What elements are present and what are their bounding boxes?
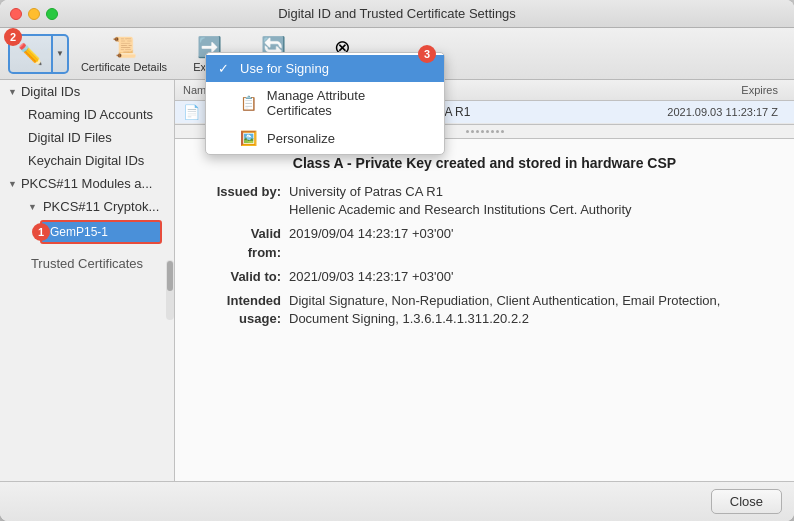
close-window-button[interactable]	[10, 8, 22, 20]
table-cell-expires: 2021.09.03 11:23:17 Z	[588, 106, 786, 118]
close-button[interactable]: Close	[711, 489, 782, 514]
edit-dropdown-arrow[interactable]: ▼	[53, 34, 69, 74]
valid-from-label: Validfrom:	[199, 225, 289, 261]
certificate-icon: 📜	[112, 35, 137, 59]
drag-dot-6	[491, 130, 494, 133]
usage-value: Digital Signature, Non-Repudiation, Clie…	[289, 292, 770, 328]
drag-dot-7	[496, 130, 499, 133]
manage-attribute-icon: 📋	[240, 95, 257, 111]
drag-dot-4	[481, 130, 484, 133]
pencil-icon: ✏️	[18, 42, 43, 66]
sidebar-pkcs11-crypto-label: PKCS#11 Cryptok...	[43, 199, 159, 214]
sidebar-scrollbar-track[interactable]	[166, 260, 174, 320]
sidebar-gem-label: GemP15-1	[50, 225, 108, 239]
manage-attribute-label: Manage Attribute Certificates	[267, 88, 432, 118]
detail-area: Class A - Private Key created and stored…	[175, 139, 794, 481]
valid-from-value: 2019/09/04 14:23:17 +03'00'	[289, 225, 770, 261]
intended-label: Intended	[227, 293, 281, 308]
window-title: Digital ID and Trusted Certificate Setti…	[278, 6, 516, 21]
drag-dot-3	[476, 130, 479, 133]
edit-button-container: ✏️ ▼ 2	[8, 32, 69, 76]
intended-usage-label: Intended usage:	[199, 292, 289, 328]
traffic-lights	[10, 8, 58, 20]
cert-row-icon: 📄	[183, 104, 203, 120]
chevron-pkcs11-icon: ▼	[8, 179, 17, 189]
valid-to-label: Valid to:	[199, 268, 289, 286]
detail-row-valid-to: Valid to: 2021/09/03 14:23:17 +03'00'	[199, 268, 770, 286]
chevron-down-icon: ▼	[56, 49, 64, 58]
dropdown-item-manage-attribute[interactable]: 📋 Manage Attribute Certificates	[206, 82, 444, 124]
sidebar-keychain-label: Keychain Digital IDs	[28, 153, 144, 168]
sidebar-digital-ids-label: Digital IDs	[21, 84, 80, 99]
drag-dot-5	[486, 130, 489, 133]
sidebar-pkcs11-label: PKCS#11 Modules a...	[21, 176, 153, 191]
drag-dot-2	[471, 130, 474, 133]
drag-dot-8	[501, 130, 504, 133]
use-for-signing-label: Use for Signing	[240, 61, 329, 76]
detail-row-valid-from: Validfrom: 2019/09/04 14:23:17 +03'00'	[199, 225, 770, 261]
sidebar-header-digital-ids[interactable]: ▼ Digital IDs	[0, 80, 174, 103]
detail-row-usage: Intended usage: Digital Signature, Non-R…	[199, 292, 770, 328]
cert-details-button[interactable]: 📜 Certificate Details	[73, 31, 175, 77]
personalize-label: Personalize	[267, 131, 335, 146]
detail-row-issued-by: Issued by: University of Patras CA R1 He…	[199, 183, 770, 219]
dropdown-menu: ✓ Use for Signing 3 📋 Manage Attribute C…	[205, 52, 445, 155]
chevron-crypto-icon: ▼	[28, 202, 37, 212]
badge-3: 3	[418, 45, 436, 63]
sidebar-roaming-label: Roaming ID Accounts	[28, 107, 153, 122]
cert-details-label: Certificate Details	[81, 61, 167, 73]
drag-dots	[466, 130, 504, 133]
issued-by-label: Issued by:	[199, 183, 289, 219]
usage-label: usage:	[239, 311, 281, 326]
usage-detail-value: Document Signing, 1.3.6.1.4.1.311.20.2.2	[289, 311, 529, 326]
main-window: Digital ID and Trusted Certificate Setti…	[0, 0, 794, 521]
minimize-window-button[interactable]	[28, 8, 40, 20]
checkmark-icon: ✓	[218, 61, 232, 76]
sidebar-item-keychain[interactable]: Keychain Digital IDs	[0, 149, 174, 172]
dropdown-item-personalize[interactable]: 🖼️ Personalize	[206, 124, 444, 152]
bottom-bar: Close	[0, 481, 794, 521]
detail-title: Class A - Private Key created and stored…	[199, 155, 770, 171]
intended-value: Digital Signature, Non-Repudiation, Clie…	[289, 293, 720, 308]
title-bar: Digital ID and Trusted Certificate Setti…	[0, 0, 794, 28]
personalize-icon: 🖼️	[240, 130, 257, 146]
dropdown-item-use-for-signing[interactable]: ✓ Use for Signing 3	[206, 55, 444, 82]
issued-by-value: University of Patras CA R1 Hellenic Acad…	[289, 183, 770, 219]
sidebar-scrollbar-thumb[interactable]	[167, 261, 173, 291]
badge-2: 2	[4, 28, 22, 46]
sidebar-item-digital-id-files[interactable]: Digital ID Files	[0, 126, 174, 149]
sidebar-digital-id-files-label: Digital ID Files	[28, 130, 112, 145]
issued-by-ca: University of Patras CA R1	[289, 184, 443, 199]
drag-dot-1	[466, 130, 469, 133]
maximize-window-button[interactable]	[46, 8, 58, 20]
sidebar-item-gem[interactable]: GemP15-1 1	[40, 220, 162, 244]
sidebar: ▼ Digital IDs Roaming ID Accounts Digita…	[0, 80, 175, 481]
sidebar-item-pkcs11[interactable]: ▼ PKCS#11 Modules a...	[0, 172, 174, 195]
trusted-certs-label: Trusted Certificates	[0, 252, 174, 275]
col-header-expires: Expires	[580, 84, 786, 96]
sidebar-item-pkcs11-crypto[interactable]: ▼ PKCS#11 Cryptok...	[0, 195, 174, 218]
badge-1: 1	[32, 223, 50, 241]
issued-by-line2: Hellenic Academic and Research Instituti…	[289, 202, 632, 217]
sidebar-item-roaming[interactable]: Roaming ID Accounts	[0, 103, 174, 126]
chevron-icon: ▼	[8, 87, 17, 97]
valid-to-value: 2021/09/03 14:23:17 +03'00'	[289, 268, 770, 286]
